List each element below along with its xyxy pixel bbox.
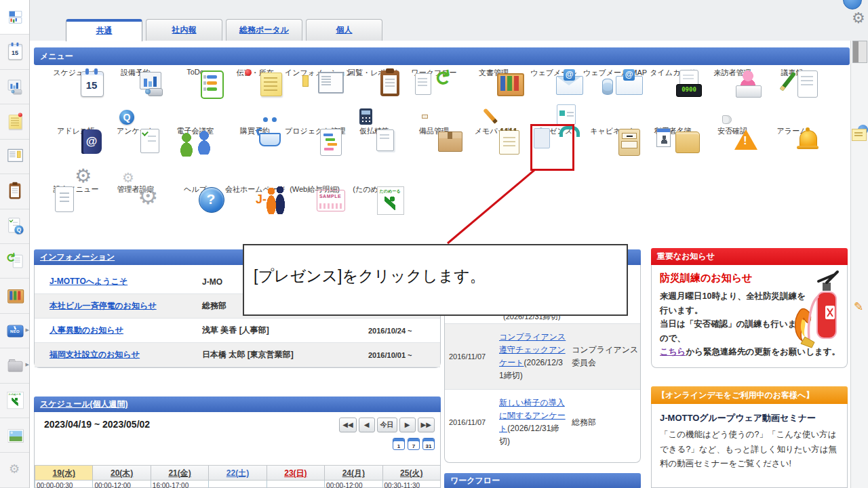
survey-row: 2016/11/07 新しい椅子の導入に関するアンケート(2026/12/31締…	[445, 389, 640, 455]
menu-item[interactable]: キャビネット	[583, 126, 643, 136]
menu-item[interactable]: 文書管理	[464, 68, 524, 78]
portal-tab-label[interactable]: 総務ポータル	[239, 25, 289, 35]
menu-item[interactable]: (Web給与明細)	[285, 184, 344, 195]
next-week-button[interactable]: ▶	[399, 418, 416, 432]
settings-gear-icon	[5, 460, 24, 479]
menu-item[interactable]: アドレス帳	[46, 126, 106, 136]
menu-item[interactable]: 安否確認	[703, 126, 762, 136]
menu-item[interactable]: 管理者設定	[106, 184, 165, 195]
schedule-day-link[interactable]: 24(月)	[342, 468, 365, 478]
information-author: 日本橋 太郎 [東京営業部]	[202, 349, 368, 361]
schedule-day-link[interactable]: 23(日)	[284, 468, 307, 478]
today-button[interactable]: 今日	[377, 418, 397, 432]
schedule-day-link[interactable]: 20(木)	[111, 468, 133, 478]
portal-tab-label[interactable]: 共通	[96, 26, 113, 35]
menu-item[interactable]: タイムカード	[643, 68, 703, 78]
menu-item[interactable]: 購買予約	[225, 126, 285, 136]
schedule-icon	[5, 42, 24, 61]
menu-item[interactable]: 来訪者管理	[703, 68, 762, 78]
menu-item[interactable]: 会社ホームページ	[225, 184, 285, 195]
left-rail-item[interactable]	[0, 209, 29, 244]
portal-tab-label[interactable]: 社内報	[172, 25, 197, 35]
menu-item[interactable]: ToDo	[165, 68, 225, 78]
schedule-day-link[interactable]: 25(火)	[400, 468, 422, 478]
information-title-link[interactable]: J-MOTTOへようこそ	[50, 276, 202, 287]
menu-item[interactable]: 回覧・レポート	[344, 68, 404, 78]
prev-week-button[interactable]: ◀	[359, 418, 375, 432]
menu-item[interactable]: ウェブメールIMAP	[583, 68, 643, 78]
memo-pencil-icon[interactable]: ✎	[854, 300, 863, 314]
information-title-link[interactable]: 本社ビル一斉停電のお知らせ	[50, 300, 202, 312]
menu-item[interactable]: ワークフロー	[404, 68, 464, 78]
menu-item[interactable]: 設備予約	[106, 68, 165, 78]
information-date: 2016/10/24 ~	[368, 327, 412, 335]
portal-tab[interactable]: 共通	[66, 19, 142, 41]
memo-pad-mini-icon[interactable]	[851, 125, 868, 142]
information-icon	[5, 147, 24, 166]
demo-seminar-title: J-MOTTOグループウェア動画セミナー	[660, 412, 839, 424]
left-rail-item[interactable]	[0, 140, 29, 174]
menu-item[interactable]: メモパッド	[464, 126, 524, 136]
survey-org: 総務部	[572, 416, 596, 429]
schedule-day-link[interactable]: 21(金)	[168, 468, 191, 478]
menu-item[interactable]: スケジュール	[46, 68, 106, 78]
menu-item[interactable]: 設定メニュー	[46, 184, 106, 195]
menu-item[interactable]: プロジェクト管理	[285, 126, 344, 136]
left-rail-item[interactable]	[0, 35, 29, 69]
left-rail-item[interactable]	[0, 279, 29, 313]
menu-item[interactable]: アラーム	[762, 126, 822, 136]
portal-tab[interactable]: 総務ポータル	[226, 19, 302, 41]
information-title-link[interactable]: 福岡支社設立のお知らせ	[50, 349, 202, 361]
left-rail-item[interactable]: ▶	[0, 348, 29, 383]
information-title-link[interactable]: 人事異動のお知らせ	[50, 325, 202, 336]
facility-reservation-icon	[5, 77, 24, 96]
schedule-day-cell: 23(日)	[267, 466, 324, 480]
left-rail-item[interactable]	[0, 104, 29, 139]
menu-item[interactable]: ウェブメール	[524, 68, 583, 78]
week-view-button[interactable]: 7	[408, 438, 420, 450]
left-rail-item[interactable]	[0, 418, 29, 453]
schedule-date-range: 2023/04/19 ~ 2023/05/02	[44, 419, 150, 430]
schedule-section-header: スケジュール(個人週間)	[34, 396, 441, 412]
notice-title: 防災訓練のお知らせ	[660, 272, 752, 285]
schedule-header-link[interactable]: スケジュール(個人週間)	[40, 399, 127, 409]
fire-extinguisher-illustration	[787, 269, 844, 357]
portal-icon	[5, 7, 24, 26]
menu-item[interactable]: (たのめーる)	[344, 184, 404, 195]
day-view-button[interactable]: 1	[393, 438, 405, 450]
next-two-weeks-button[interactable]: ▶▶	[418, 418, 435, 432]
menu-item[interactable]: 利用者名簿	[643, 126, 703, 136]
left-rail-item[interactable]	[0, 70, 29, 104]
page-settings-gear-icon[interactable]: ⚙	[852, 11, 865, 26]
menu-item[interactable]: 伝言・所在	[225, 68, 285, 78]
month-view-button[interactable]: 31	[422, 438, 435, 450]
schedule-day-link[interactable]: 19(水)	[53, 468, 75, 478]
portal-tab[interactable]: 個人	[306, 19, 382, 41]
menu-item[interactable]: 議事録	[762, 68, 822, 78]
left-rail-item[interactable]	[0, 453, 29, 487]
notice-body: 来週月曜日10時より、全社防災訓練を行います。当日は「安否確認」の訓練も行います…	[660, 289, 806, 345]
menu-item[interactable]: 備品管理	[404, 126, 464, 136]
schedule-time-cell: 00:00-00:30	[35, 480, 92, 488]
menu-item[interactable]: アンケート	[106, 126, 165, 136]
expand-arrow-icon: ▶	[26, 362, 29, 367]
information-row: 人事異動のお知らせ 浅草 美香 [人事部] 2016/10/24 ~	[35, 319, 440, 343]
schedule-day-link[interactable]: 22(土)	[226, 468, 249, 478]
portal-tab[interactable]: 社内報	[146, 19, 222, 41]
left-rail-item[interactable]	[0, 174, 29, 209]
left-rail-item[interactable]	[0, 244, 29, 279]
survey-date: 2016/11/07	[445, 352, 499, 361]
left-rail-item[interactable]	[0, 384, 29, 418]
information-header-link[interactable]: インフォメーション	[40, 252, 115, 262]
portal-tab-label[interactable]: 個人	[336, 25, 353, 35]
left-rail-item[interactable]	[0, 0, 29, 35]
menu-item[interactable]: インフォメーション	[285, 68, 344, 78]
menu-item[interactable]: ヘルプ	[165, 184, 225, 195]
memo-swatch-gray[interactable]	[852, 41, 867, 63]
left-rail-item[interactable]: ▶	[0, 314, 29, 348]
emergency-contact-link[interactable]: こちら	[660, 347, 686, 357]
prev-two-weeks-button[interactable]: ◀◀	[339, 418, 356, 432]
menu-item[interactable]: 電子会議室	[165, 126, 225, 136]
menu-item[interactable]: 仮払精算	[344, 126, 404, 136]
schedule-time-cell	[208, 480, 266, 488]
